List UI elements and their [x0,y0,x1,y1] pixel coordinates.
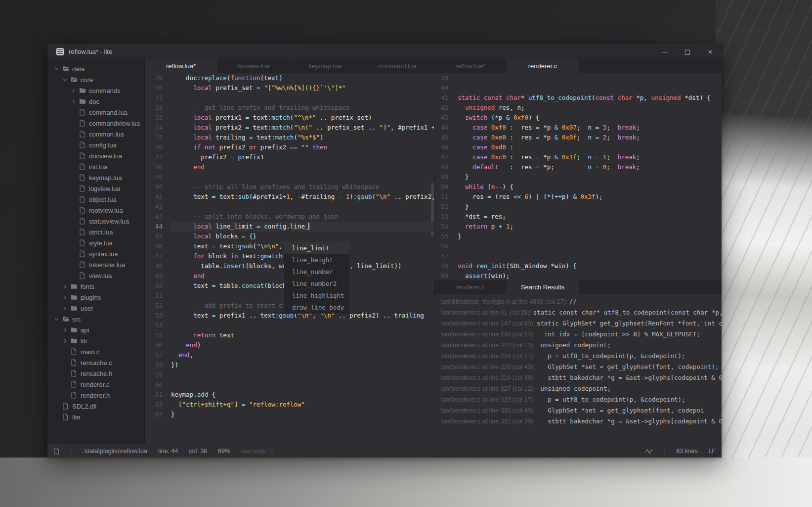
autocomplete-item-line_highlight[interactable]: line_highlight [284,290,349,302]
file-icon [79,239,89,246]
tree-item-rencache-h[interactable]: rencache.h [47,368,144,379]
code-line: -- split into blocks, wordwrap and join [171,212,434,222]
tree-item-command-lua[interactable]: command.lua [47,107,144,118]
desktop: reflow.lua* - lite —□× datacorecommandsd… [0,0,812,507]
tree-item-label: api [81,326,89,334]
autocomplete-item-line_limit[interactable]: line_limit [284,242,349,254]
titlebar[interactable]: reflow.lua* - lite —□× [47,44,722,59]
tree-item-style-lua[interactable]: style.lua [47,237,144,248]
tree-item-keymap-lua[interactable]: keymap.lua [47,172,144,183]
tab-reflow-lua-[interactable]: reflow.lua* [145,59,217,73]
code-line: keymap.add { [171,390,434,400]
tree-item-init-lua[interactable]: init.lua [47,161,144,172]
tree-item-commands[interactable]: commands [47,85,144,96]
tree-item-config-lua[interactable]: config.lua [47,139,144,150]
tree-item-label: lib [81,337,87,345]
tree-item-core[interactable]: core [47,74,144,85]
code-line: unsigned res, n; [458,103,722,113]
search-result-row[interactable]: .\src\lib\stb\stb_truetype.h at line 480… [434,296,722,307]
statusbar-divider: | [664,448,665,455]
autocomplete-popup: line_limitline_heightline_numberline_num… [284,242,349,314]
left-editor[interactable]: line_limitline_heightline_numberline_num… [145,73,434,444]
tree-item-docview-lua[interactable]: docview.lua [47,150,144,161]
tab-renderer-c[interactable]: renderer.c [434,280,507,294]
tree-item-commandview-lua[interactable]: commandview.lua [47,118,144,129]
statusbar-left: |.\data\plugins\reflow.lualine: 44col: 3… [53,448,273,455]
right-editor[interactable]: 3940414243444546474849505152535455565758… [434,73,722,280]
file-tree[interactable]: datacorecommandsdoccommand.luacommandvie… [47,59,144,444]
file-icon [79,250,89,257]
tree-item-sdl2-dll[interactable]: SDL2.dll [47,401,144,412]
tree-item-label: common.lua [89,131,124,138]
search-result-row[interactable]: .\src\renderer.c at line 148 (col 14): i… [434,329,722,340]
maximize-button[interactable]: □ [676,44,699,59]
tree-item-view-lua[interactable]: view.lua [47,270,144,281]
tree-item-strict-lua[interactable]: strict.lua [47,227,144,237]
minimize-button[interactable]: — [653,44,676,59]
code-line: doc:replace(function(text) [171,73,434,83]
tree-item-statusview-lua[interactable]: statusview.lua [47,216,144,227]
tree-item-logview-lua[interactable]: logview.lua [47,183,144,194]
tree-item-common-lua[interactable]: common.lua [47,129,144,139]
tree-item-fonts[interactable]: fonts [47,281,144,292]
tree-item-label: fonts [81,283,94,290]
search-results-list[interactable]: .\src\lib\stb\stb_truetype.h at line 480… [434,294,722,444]
tree-item-user[interactable]: user [47,303,144,314]
tree-item-lite[interactable]: lite [47,412,144,422]
search-result-row[interactable]: .\src\renderer.c at line 331 (col 39): s… [434,416,722,427]
tree-item-rootview-lua[interactable]: rootview.lua [47,205,144,216]
tree-item-main-c[interactable]: main.c [47,346,144,357]
tree-item-renderer-h[interactable]: renderer.h [47,390,144,401]
close-button[interactable]: × [699,44,722,59]
chevron-right-icon [63,328,71,332]
activity-icon [645,448,653,454]
autocomplete-item-line_number2[interactable]: line_number2 [284,278,349,290]
tree-item-data[interactable]: data [47,63,144,74]
search-result-row[interactable]: .\src\renderer.c at line 327 (col 12): u… [434,383,722,394]
autocomplete-item-line_number[interactable]: line_number [284,266,349,278]
search-result-location: .\src\renderer.c at line 41 (col 28): [439,309,533,316]
tab-docview-lua[interactable]: docview.lua [217,59,289,73]
tree-item-doc[interactable]: doc [47,96,144,107]
code-line: case 0xe0 : res = *p & 0x0f; n = 2; brea… [458,133,722,142]
tree-item-label: object.lua [89,196,117,203]
file-icon [79,141,89,148]
folder-icon [79,98,89,104]
search-result-text: unsigned codepoint; [537,341,611,349]
tree-item-label: logview.lua [89,185,121,192]
search-result-row[interactable]: .\src\renderer.c at line 329 (col 17): p… [434,394,722,405]
search-result-row[interactable]: .\src\renderer.c at line 225 (col 40): G… [434,362,722,372]
file-icon [79,131,89,138]
tree-item-tokenizer-lua[interactable]: tokenizer.lua [47,259,144,270]
tree-item-plugins[interactable]: plugins [47,292,144,303]
chevron-right-icon [63,295,71,300]
tree-item-lib[interactable]: lib [47,335,144,346]
autocomplete-item-draw_line_body[interactable]: draw_line_body [284,302,349,314]
search-result-row[interactable]: .\src\renderer.c at line 330 (col 40): G… [434,405,722,416]
code-line: case 0xc0 : res = *p & 0x1f; n = 1; brea… [458,152,722,162]
tree-item-renderer-c[interactable]: renderer.c [47,379,144,390]
tree-item-label: commandview.lua [89,120,140,127]
search-result-row[interactable]: .\src\renderer.c at line 226 (col 39): s… [434,372,722,383]
bottom-tabbar: renderer.cSearch Results [434,280,722,294]
search-result-location: .\src\renderer.c at line 330 (col 40): [439,407,537,414]
search-result-row[interactable]: .\src\renderer.c at line 222 (col 12): u… [434,340,722,351]
statusbar-path: .\data\plugins\reflow.lua [83,448,147,455]
file-icon [79,207,89,214]
search-result-row[interactable]: .\src\renderer.c at line 41 (col 28): st… [434,307,722,318]
tab-search-results[interactable]: Search Results [507,280,579,294]
search-result-row[interactable]: .\src\renderer.c at line 224 (col 17): p… [434,351,722,362]
code-line [171,380,434,390]
tab-command-lua[interactable]: command.lua [361,59,433,73]
tree-item-rencache-c[interactable]: rencache.c [47,357,144,368]
search-result-row[interactable]: .\src\renderer.c at line 147 (col 50): s… [434,318,722,329]
autocomplete-item-line_height[interactable]: line_height [284,254,349,266]
tree-item-syntax-lua[interactable]: syntax.lua [47,248,144,259]
tab-keymap-lua[interactable]: keymap.lua [289,59,361,73]
tab-reflow-lua-[interactable]: reflow.lua* [434,59,507,73]
right-tabbar: reflow.lua*renderer.c [434,59,722,73]
tree-item-api[interactable]: api [47,324,144,335]
tree-item-src[interactable]: src [47,314,144,324]
tab-renderer-c[interactable]: renderer.c [507,59,579,73]
tree-item-object-lua[interactable]: object.lua [47,194,144,205]
